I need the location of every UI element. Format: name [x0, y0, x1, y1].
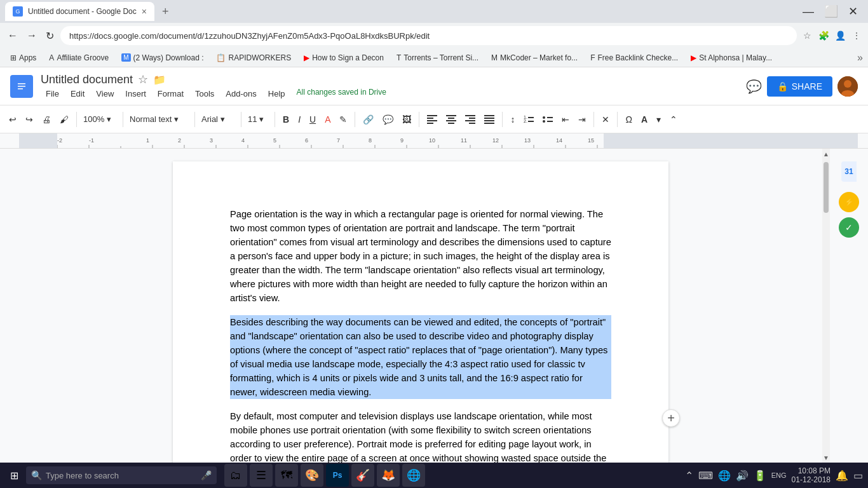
numbered-list-button[interactable]: 1.2. — [520, 109, 538, 130]
bulleted-list-button[interactable] — [539, 109, 557, 130]
justify-button[interactable] — [480, 109, 498, 130]
style-select[interactable]: Normal text ▾ — [127, 109, 191, 130]
decrease-indent-button[interactable]: ⇤ — [558, 109, 573, 130]
address-input[interactable] — [60, 26, 797, 45]
language-indicator[interactable]: ENG — [771, 471, 787, 479]
calendar-widget[interactable]: 31 — [841, 161, 857, 182]
redo-button[interactable]: ↪ — [22, 109, 37, 130]
comment-button[interactable]: 💬 — [379, 109, 397, 130]
italic-button[interactable]: I — [294, 109, 304, 130]
bookmark-how-to-sign[interactable]: ▶ How to Sign a Decon — [299, 52, 389, 64]
highlight-button[interactable]: ✎ — [336, 109, 351, 130]
refresh-button[interactable]: ↻ — [43, 27, 57, 44]
image-button[interactable]: 🖼 — [398, 109, 415, 130]
share-button[interactable]: 🔒 SHARE — [767, 76, 832, 97]
start-button[interactable]: ⊞ — [5, 467, 24, 484]
vertical-scrollbar[interactable]: ▲ ▼ — [822, 149, 830, 463]
bookmark-st-alphonsa[interactable]: ▶ St Alphonsa | Malay... — [686, 52, 777, 64]
taskbar-app-files[interactable]: 🗂 — [224, 464, 247, 487]
chat-icon[interactable]: 💬 — [746, 79, 762, 94]
font-select[interactable]: Arial ▾ — [199, 109, 237, 130]
folder-icon[interactable]: 📁 — [153, 74, 166, 86]
bookmark-affiliate-groove[interactable]: A Affiliate Groove — [44, 52, 114, 64]
taskbar-app-chrome[interactable]: 🌐 — [402, 464, 425, 487]
notification-icon[interactable]: 🔔 — [836, 470, 848, 482]
doc-title-text[interactable]: Untitled document — [41, 73, 133, 86]
menu-insert[interactable]: Insert — [120, 88, 151, 100]
notification-dot[interactable]: ⚡ — [839, 192, 859, 212]
zoom-select[interactable]: 100% ▾ — [81, 109, 119, 130]
increase-indent-button[interactable]: ⇥ — [574, 109, 590, 130]
align-left-button[interactable] — [423, 109, 441, 130]
search-placeholder-text[interactable]: Type here to search — [46, 471, 119, 480]
align-center-button[interactable] — [442, 109, 460, 130]
paragraph-2-selected[interactable]: Besides describing the way documents can… — [230, 315, 611, 399]
undo-button[interactable]: ↩ — [5, 109, 20, 130]
text-color-button[interactable]: A — [321, 109, 334, 130]
volume-icon[interactable]: 🔊 — [736, 470, 749, 482]
show-hidden-icons[interactable]: ⌃ — [685, 470, 693, 482]
align-right-button[interactable] — [461, 109, 479, 130]
taskbar-app-maps[interactable]: 🗺 — [275, 464, 298, 487]
maximize-button[interactable]: ⬜ — [819, 2, 843, 21]
paragraph-1[interactable]: Page orientation is the way in which a r… — [230, 207, 611, 305]
expand-button[interactable]: ⌃ — [666, 109, 681, 130]
line-spacing-button[interactable]: ↕ — [506, 109, 519, 130]
input-tools-button[interactable]: A — [637, 109, 651, 130]
menu-edit[interactable]: Edit — [65, 88, 90, 100]
bookmark-torrents[interactable]: T Torrents – Torrent Si... — [391, 52, 484, 64]
forward-button[interactable]: → — [24, 27, 39, 44]
taskbar-app-firefox[interactable]: 🦊 — [377, 464, 400, 487]
scroll-thumb[interactable] — [824, 162, 829, 213]
menu-file[interactable]: File — [41, 88, 64, 100]
microphone-icon[interactable]: 🎤 — [201, 470, 212, 480]
show-desktop-button[interactable]: ▭ — [853, 470, 863, 482]
taskbar-app-2[interactable]: ☰ — [250, 464, 273, 487]
clear-format-button[interactable]: ✕ — [598, 109, 613, 130]
star-icon[interactable]: ☆ — [138, 72, 148, 86]
check-icon[interactable]: ✓ — [839, 217, 859, 238]
add-icon[interactable]: + — [662, 409, 680, 427]
more-options-button[interactable]: ▾ — [653, 109, 665, 130]
link-button[interactable]: 🔗 — [359, 109, 377, 130]
taskbar-app-music[interactable]: 🎸 — [351, 464, 374, 487]
special-char-button[interactable]: Ω — [621, 109, 635, 130]
taskbar-search-bar[interactable]: 🔍 Type here to search 🎤 — [26, 466, 217, 484]
bookmark-free-backlink[interactable]: F Free Backlink Checke... — [585, 52, 683, 64]
network-icon[interactable]: 🌐 — [718, 470, 731, 482]
profile-icon[interactable]: 👤 — [834, 29, 846, 42]
avatar[interactable] — [837, 76, 858, 97]
back-button[interactable]: ← — [5, 27, 20, 44]
more-bookmarks-button[interactable]: » — [857, 52, 863, 64]
taskbar-app-paint[interactable]: 🎨 — [301, 464, 323, 487]
menu-addons[interactable]: Add-ons — [220, 88, 261, 100]
chrome-tab[interactable]: G Untitled document - Google Doc × — [5, 2, 154, 21]
new-tab-button[interactable]: + — [159, 3, 172, 21]
font-size-select[interactable]: 11 ▾ — [245, 109, 271, 130]
bookmark-mkcoder[interactable]: M MkCoder – Market fo... — [486, 52, 583, 64]
add-content-button[interactable]: + — [662, 409, 680, 427]
tab-close-icon[interactable]: × — [142, 6, 147, 17]
docs-page[interactable]: Page orientation is the way in which a r… — [173, 161, 668, 463]
keyboard-icon[interactable]: ⌨ — [698, 470, 713, 482]
print-button[interactable]: 🖨 — [38, 109, 55, 130]
menu-help[interactable]: Help — [263, 88, 290, 100]
menu-view[interactable]: View — [91, 88, 119, 100]
menu-format[interactable]: Format — [153, 88, 189, 100]
bookmark-apps[interactable]: ⊞ Apps — [5, 52, 41, 64]
menu-icon[interactable]: ⋮ — [850, 29, 863, 42]
close-button[interactable]: ✕ — [843, 2, 863, 21]
menu-tools[interactable]: Tools — [190, 88, 219, 100]
docs-page-area[interactable]: Page orientation is the way in which a r… — [19, 149, 822, 463]
bold-button[interactable]: B — [279, 109, 293, 130]
scroll-up-button[interactable]: ▲ — [822, 149, 830, 159]
taskbar-app-ps[interactable]: Ps — [326, 464, 349, 487]
underline-button[interactable]: U — [306, 109, 320, 130]
bookmark-star-icon[interactable]: ☆ — [801, 29, 813, 42]
bookmark-rapidworkers[interactable]: 📋 RAPIDWORKERS — [211, 52, 296, 64]
paint-format-button[interactable]: 🖌 — [56, 109, 72, 130]
battery-icon[interactable]: 🔋 — [754, 470, 766, 482]
extensions-icon[interactable]: 🧩 — [817, 29, 830, 42]
minimize-button[interactable]: — — [797, 3, 819, 21]
scroll-down-button[interactable]: ▼ — [822, 452, 830, 463]
